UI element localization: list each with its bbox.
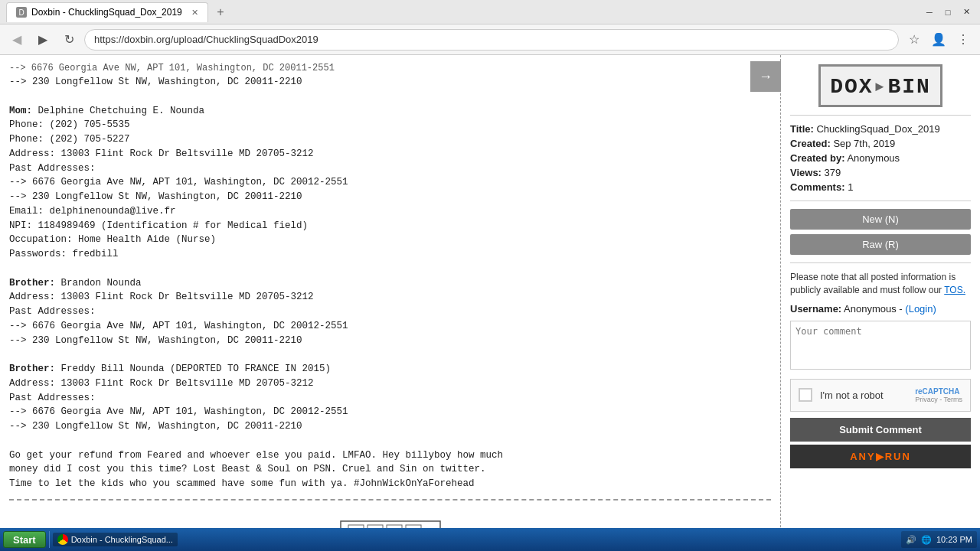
recaptcha-sub: Privacy - Terms: [915, 396, 962, 403]
text-line: Past Addresses:: [9, 161, 771, 176]
comments-value: 1: [848, 181, 853, 193]
taskbar: Start Doxbin - ChucklingSquad... 🔊 🌐 10:…: [0, 528, 980, 551]
text-line: Occupation: Home Health Aide (Nurse): [9, 233, 771, 247]
text-line: Address: 13003 Flint Rock Dr Beltsville …: [9, 377, 771, 391]
minimize-button[interactable]: ─: [922, 5, 937, 20]
title-value: ChucklingSquad_Dox_2019: [816, 123, 939, 135]
nav-icons: ☆ 👤 ⋮: [903, 29, 974, 51]
logo-text: DOX: [830, 75, 873, 99]
window-controls: ─ □ ✕: [922, 5, 974, 20]
username-row: Username: Anonymous - (Login): [790, 303, 971, 315]
network-icon: 🌐: [921, 535, 932, 545]
captcha-checkbox[interactable]: [799, 388, 812, 402]
text-content: --> 6676 Georgia Ave NW, APT 101, Washin…: [0, 55, 781, 551]
tab-close-button[interactable]: ✕: [191, 8, 198, 18]
sidebar: DOX▸BIN Title: ChucklingSquad_Dox_2019 C…: [781, 55, 980, 551]
captcha-brand-area: reCAPTCHA Privacy - Terms: [915, 387, 962, 403]
start-button[interactable]: Start: [3, 531, 46, 548]
close-button[interactable]: ✕: [959, 5, 974, 20]
sidebar-divider-2: [790, 201, 971, 201]
comment-input[interactable]: [790, 321, 971, 370]
created-row: Created: Sep 7th, 2019: [790, 138, 971, 149]
taskbar-time: 10:23 PM: [936, 535, 972, 544]
text-line: Go get your refund from Feared and whoev…: [9, 448, 771, 463]
tos-link[interactable]: TOS.: [944, 285, 965, 295]
next-button[interactable]: →: [750, 61, 781, 92]
username-label: Username:: [790, 303, 841, 315]
comments-label: Comments:: [790, 181, 845, 193]
title-bar: D Doxbin - ChucklingSquad_Dox_2019 ✕ + ─…: [0, 0, 980, 24]
refresh-button[interactable]: ↻: [58, 29, 80, 51]
text-line: Address: 13003 Flint Rock Dr Beltsville …: [9, 290, 771, 305]
text-line: --> 230 Longfellow St NW, Washington, DC…: [9, 190, 771, 204]
back-button[interactable]: ◀: [6, 29, 28, 51]
notice-content: Please note that all posted information …: [790, 272, 956, 295]
created-by-label: Created by:: [790, 152, 845, 164]
title-row: Title: ChucklingSquad_Dox_2019: [790, 123, 971, 135]
text-line: Brother: Freddy Bill Nounda (DEPORTED TO…: [9, 362, 771, 377]
anyrun-text: ANY▶RUN: [850, 451, 911, 462]
views-value: 379: [825, 167, 841, 178]
text-line: Mom: Delphine Chetchuing E. Nounda: [9, 104, 771, 119]
text-line: Email: delphinenounda@live.fr: [9, 204, 771, 219]
text-line: Time to let the kids who you scammed hav…: [9, 477, 771, 491]
login-link[interactable]: (Login): [905, 303, 936, 315]
next-arrow-icon: →: [759, 69, 773, 85]
volume-icon: 🔊: [906, 535, 916, 545]
captcha-label: I'm not a robot: [820, 390, 907, 401]
text-line: --> 230 Longfellow St NW, Washington, DC…: [9, 75, 771, 90]
system-tray: 🔊 🌐 10:23 PM: [901, 531, 977, 548]
text-line: Past Addresses:: [9, 305, 771, 319]
taskbar-browser-btn[interactable]: Doxbin - ChucklingSquad...: [53, 533, 178, 546]
captcha-box: I'm not a robot reCAPTCHA Privacy - Term…: [790, 379, 971, 412]
profile-button[interactable]: 👤: [928, 29, 949, 51]
text-line: Address: 13003 Flint Rock Dr Beltsville …: [9, 147, 771, 161]
text-area-wrapper: → --> 6676 Georgia Ave NW, APT 101, Wash…: [0, 55, 781, 551]
created-value: Sep 7th, 2019: [833, 138, 895, 149]
views-row: Views: 379: [790, 167, 971, 178]
comments-row: Comments: 1: [790, 181, 971, 193]
maximize-button[interactable]: □: [940, 5, 956, 20]
created-label: Created:: [790, 138, 831, 149]
submit-comment-button[interactable]: Submit Comment: [790, 418, 971, 442]
browser-content: → --> 6676 Georgia Ave NW, APT 101, Wash…: [0, 55, 980, 551]
views-label: Views:: [790, 167, 822, 178]
address-bar[interactable]: [84, 29, 899, 51]
start-label: Start: [13, 534, 36, 546]
bookmark-button[interactable]: ☆: [903, 29, 925, 51]
system-tray-area: 🔊 🌐 10:23 PM: [901, 531, 977, 548]
page-wrapper: → --> 6676 Georgia Ave NW, APT 101, Wash…: [0, 55, 980, 551]
main-content: → --> 6676 Georgia Ave NW, APT 101, Wash…: [0, 55, 980, 551]
raw-button[interactable]: Raw (R): [790, 234, 971, 255]
text-line: Phone: (202) 705-5535: [9, 118, 771, 132]
text-line: money did I cost you this time? Lost Bea…: [9, 462, 771, 477]
username-value: Anonymous -: [844, 303, 903, 315]
text-line: NPI: 1184989469 (Identification # for Me…: [9, 219, 771, 233]
text-line: --> 6676 Georgia Ave NW, APT 101, Washin…: [9, 319, 771, 334]
chrome-icon: [57, 534, 68, 545]
sidebar-divider-1: [790, 115, 971, 116]
title-label: Title:: [790, 123, 814, 135]
text-line: Brother: Brandon Nounda: [9, 276, 771, 291]
recaptcha-brand: reCAPTCHA: [915, 387, 962, 396]
notice-text: Please note that all posted information …: [790, 271, 971, 297]
tab-favicon: D: [16, 7, 27, 18]
sidebar-divider-3: [790, 262, 971, 263]
text-line: --> 230 Longfellow St NW, Washington, DC…: [9, 419, 771, 434]
forward-button[interactable]: ▶: [32, 29, 54, 51]
logo-arrow: ▸: [874, 75, 888, 99]
new-button[interactable]: New (N): [790, 209, 971, 230]
text-line: --> 6676 Georgia Ave NW, APT 101, Washin…: [9, 175, 771, 190]
text-line: --> 6676 Georgia Ave NW, APT 101, Washin…: [9, 405, 771, 419]
text-line: --> 6676 Georgia Ave NW, APT 101, Washin…: [9, 61, 771, 75]
text-line: Passwords: fredbill: [9, 247, 771, 262]
anyrun-banner: ANY▶RUN: [790, 445, 971, 468]
active-tab[interactable]: D Doxbin - ChucklingSquad_Dox_2019 ✕: [6, 2, 208, 22]
menu-button[interactable]: ⋮: [952, 29, 974, 51]
taskbar-divider: [49, 531, 50, 548]
logo-text2: BIN: [887, 75, 930, 99]
new-tab-button[interactable]: +: [211, 3, 230, 21]
doxbin-logo: DOX▸BIN: [818, 64, 942, 107]
text-line: --> 230 Longfellow St NW, Washington, DC…: [9, 334, 771, 348]
text-line: Past Addresses:: [9, 391, 771, 406]
